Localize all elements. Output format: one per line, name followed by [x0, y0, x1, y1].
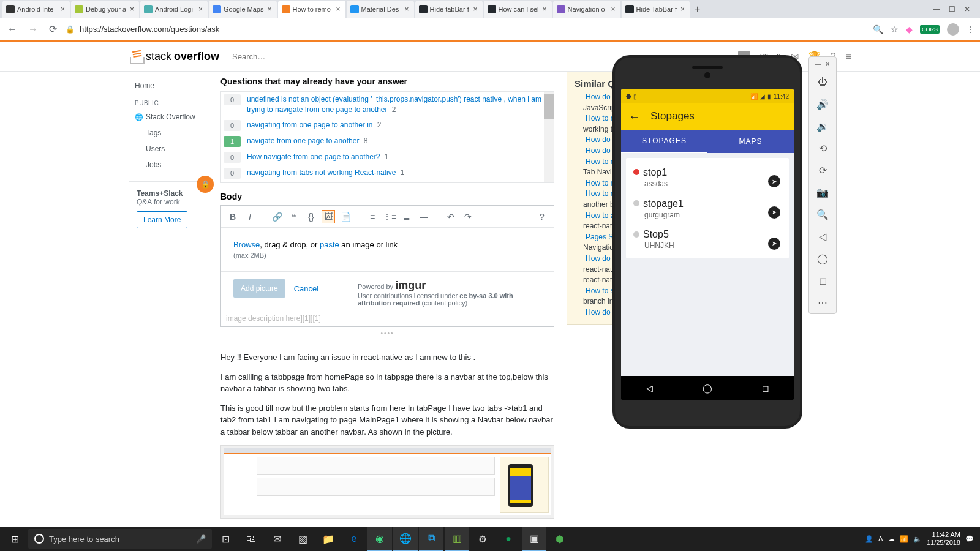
ulist-icon[interactable]: ⋮≡: [383, 210, 396, 223]
nav-tags[interactable]: Tags: [129, 125, 221, 141]
help-icon[interactable]: ?: [535, 210, 549, 223]
mic-icon[interactable]: 🎤: [196, 534, 206, 544]
rotate-right-icon[interactable]: ⟳: [813, 163, 832, 178]
list-item[interactable]: stopage1 gurgugram ➤: [626, 193, 789, 224]
emulator-launcher-icon[interactable]: ▥: [445, 527, 469, 551]
camera-icon[interactable]: 📷: [813, 185, 832, 200]
more-icon[interactable]: ⋯: [813, 295, 832, 310]
paste-link[interactable]: paste: [320, 240, 339, 249]
emu-close-icon[interactable]: ✕: [825, 61, 830, 67]
code-icon[interactable]: {}: [304, 210, 318, 223]
emu-back-icon[interactable]: ◁: [813, 229, 832, 244]
minimize-icon[interactable]: —: [933, 5, 940, 13]
nav-recent-icon[interactable]: ◻: [762, 383, 769, 393]
chrome-icon[interactable]: 🌐: [393, 527, 418, 551]
zoom-icon[interactable]: 🔍: [813, 207, 832, 222]
suggestion-row[interactable]: 0navigating from tabs not working React-…: [221, 165, 554, 181]
zoom-icon[interactable]: 🔍: [873, 24, 883, 34]
url-field[interactable]: 🔒 https://stackoverflow.com/questions/as…: [66, 24, 867, 34]
nav-users[interactable]: Users: [129, 141, 221, 157]
browser-tab[interactable]: Android Inte×: [2, 1, 70, 18]
back-arrow-icon[interactable]: ←: [628, 110, 641, 124]
close-icon[interactable]: ×: [679, 5, 686, 13]
heading-icon[interactable]: ≣: [400, 210, 413, 223]
olist-icon[interactable]: ≡: [366, 210, 379, 223]
avd-icon[interactable]: ⬢: [548, 527, 572, 551]
nav-home-icon[interactable]: ◯: [703, 383, 712, 393]
browser-tab[interactable]: Debug your a×: [71, 1, 139, 18]
browser-tab[interactable]: Google Maps×: [209, 1, 276, 18]
terminal-icon[interactable]: ▣: [522, 527, 546, 551]
close-icon[interactable]: ×: [197, 5, 204, 13]
close-icon[interactable]: ×: [472, 5, 479, 13]
undo-icon[interactable]: ↶: [444, 210, 458, 223]
snippet-icon[interactable]: 📄: [339, 210, 352, 223]
add-picture-button[interactable]: Add picture: [233, 279, 285, 298]
clock[interactable]: 11:42 AM 11/25/2018: [927, 531, 960, 547]
nav-jobs[interactable]: Jobs: [129, 157, 221, 173]
app-icon[interactable]: ▧: [290, 527, 315, 551]
quote-icon[interactable]: ❝: [287, 210, 301, 223]
taskview-icon[interactable]: ⊡: [213, 527, 238, 551]
mail-icon[interactable]: ✉: [265, 527, 289, 551]
bold-icon[interactable]: B: [226, 210, 239, 223]
resize-handle[interactable]: ••••: [221, 327, 554, 339]
image-icon[interactable]: 🖼: [322, 210, 335, 223]
hr-icon[interactable]: ―: [417, 210, 431, 223]
android-studio-icon[interactable]: ◉: [368, 527, 392, 551]
close-icon[interactable]: ×: [129, 5, 135, 13]
vscode-icon[interactable]: ⧉: [419, 527, 443, 551]
nav-back-icon[interactable]: ◁: [646, 383, 653, 393]
reload-icon[interactable]: ⟳: [47, 21, 59, 37]
edge-icon[interactable]: e: [342, 527, 366, 551]
tab-maps[interactable]: MAPS: [707, 130, 794, 153]
extension-badge[interactable]: CORS: [920, 25, 940, 34]
volume-tray-icon[interactable]: 🔈: [913, 535, 922, 543]
close-icon[interactable]: ×: [541, 5, 548, 13]
taskbar-search[interactable]: Type here to search 🎤: [28, 529, 212, 549]
redo-icon[interactable]: ↷: [461, 210, 475, 223]
people-icon[interactable]: 👤: [865, 535, 873, 543]
close-icon[interactable]: ×: [59, 5, 66, 13]
close-icon[interactable]: ×: [610, 5, 617, 13]
browser-tab[interactable]: Hide tabBar f×: [415, 1, 483, 18]
suggestion-row[interactable]: 0undefined is not an object (evaluating …: [221, 92, 554, 118]
forward-icon[interactable]: →: [26, 21, 40, 37]
close-icon[interactable]: ×: [266, 5, 273, 13]
suggestion-row[interactable]: 1navigate from one page to another 8: [221, 133, 554, 149]
sites-icon[interactable]: ≡: [846, 51, 851, 62]
app-icon[interactable]: ●: [496, 527, 521, 551]
suggestion-row[interactable]: 0How navigate from one page to another? …: [221, 149, 554, 165]
emu-overview-icon[interactable]: ◻: [813, 273, 832, 288]
tab-stopages[interactable]: STOPAGES: [621, 130, 707, 153]
emu-minimize-icon[interactable]: —: [815, 61, 821, 67]
settings-icon[interactable]: ⚙: [470, 527, 495, 551]
link-icon[interactable]: 🔗: [270, 210, 284, 223]
notifications-icon[interactable]: 💬: [965, 535, 974, 543]
browser-tab-active[interactable]: How to remo×: [278, 1, 345, 18]
so-logo[interactable]: stackoverflow: [129, 50, 219, 64]
tray-up-icon[interactable]: ᐱ: [878, 535, 883, 543]
close-window-icon[interactable]: ✕: [964, 5, 970, 13]
explorer-icon[interactable]: 📁: [316, 527, 341, 551]
suggestion-row[interactable]: 2Show loading when navigate from one vie…: [221, 181, 554, 183]
list-item[interactable]: Stop5 UHNJKH ➤: [626, 224, 789, 255]
wifi-tray-icon[interactable]: 📶: [900, 535, 908, 543]
compass-icon[interactable]: ➤: [768, 175, 780, 187]
browser-tab[interactable]: Material Des×: [347, 1, 414, 18]
volume-up-icon[interactable]: 🔊: [813, 97, 832, 111]
emu-home-icon[interactable]: ◯: [813, 251, 832, 266]
back-icon[interactable]: ←: [5, 21, 20, 37]
browser-tab[interactable]: Navigation o×: [553, 1, 620, 18]
close-icon[interactable]: ×: [404, 5, 410, 13]
compass-icon[interactable]: ➤: [768, 206, 780, 219]
browse-link[interactable]: Browse: [233, 240, 260, 249]
list-item[interactable]: stop1 assdas ➤: [626, 162, 789, 193]
nav-stackoverflow[interactable]: Stack Overflow: [129, 109, 221, 125]
learn-more-button[interactable]: Learn More: [137, 211, 187, 228]
cancel-link[interactable]: Cancel: [294, 279, 318, 293]
compass-icon[interactable]: ➤: [768, 238, 780, 250]
italic-icon[interactable]: I: [243, 210, 257, 223]
browser-tab[interactable]: How can I sel×: [484, 1, 552, 18]
close-icon[interactable]: ×: [335, 5, 342, 13]
